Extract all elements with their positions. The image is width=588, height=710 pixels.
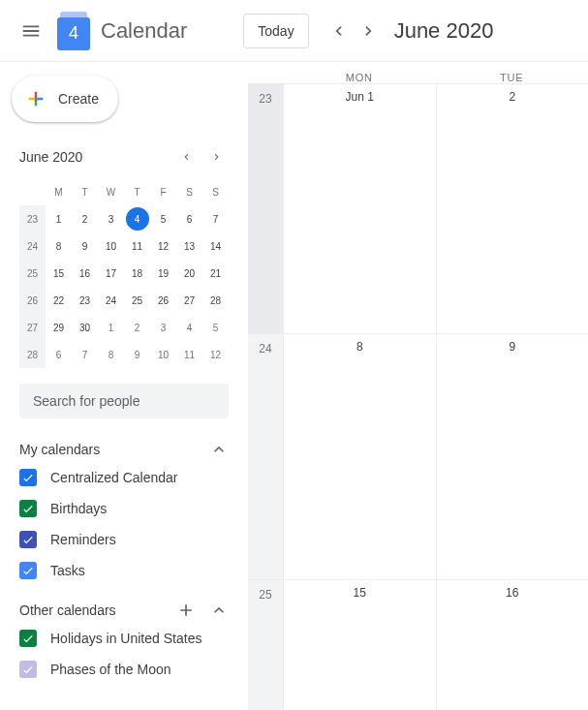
mini-day[interactable]: 18 [124,260,150,287]
grid-day-cell[interactable]: Jun 1 [283,84,436,333]
plus-multicolor-icon [25,88,46,109]
mini-day[interactable]: 28 [202,287,229,314]
calendar-checkbox[interactable] [19,469,37,486]
mini-day[interactable]: 8 [98,341,124,368]
mini-day[interactable]: 9 [72,232,98,260]
mini-day[interactable]: 4 [124,205,150,232]
mini-day[interactable]: 3 [150,314,176,341]
mini-week-header [19,178,46,205]
create-label: Create [58,91,99,107]
period-nav [323,15,385,46]
mini-day[interactable]: 6 [46,341,72,368]
mini-day[interactable]: 10 [98,232,124,260]
mini-day[interactable]: 12 [202,341,229,368]
mini-day[interactable]: 1 [98,314,124,341]
grid-dow: TUE [436,62,589,83]
mini-day[interactable]: 15 [46,260,72,287]
calendar-checkbox[interactable] [19,630,37,647]
app-logo[interactable]: 4 Calendar [54,12,187,50]
mini-day[interactable]: 7 [202,205,229,232]
calendar-item[interactable]: Reminders [19,531,229,548]
search-people-input[interactable] [19,384,229,418]
mini-day[interactable]: 12 [150,232,176,260]
mini-day[interactable]: 25 [124,287,150,314]
grid-day-cell[interactable]: 8 [283,334,436,579]
calendar-item[interactable]: Centralized Calendar [19,469,229,486]
mini-day[interactable]: 9 [124,341,150,368]
mini-calendar-header: June 2020 [19,145,229,169]
mini-day[interactable]: 1 [46,205,72,232]
grid-day-cell[interactable]: 16 [436,580,589,710]
mini-day[interactable]: 30 [72,314,98,341]
calendar-label: Holidays in United States [50,631,201,646]
mini-day[interactable]: 13 [176,232,202,260]
mini-day[interactable]: 5 [150,205,176,232]
calendar-item[interactable]: Tasks [19,562,229,579]
mini-next-button[interactable] [205,145,229,169]
mini-day[interactable]: 22 [46,287,72,314]
other-calendars-title: Other calendars [19,602,116,618]
grid-day-number: Jun 1 [284,90,436,104]
mini-week-number: 28 [19,341,46,368]
mini-day[interactable]: 5 [202,314,229,341]
mini-day[interactable]: 27 [176,287,202,314]
mini-day[interactable]: 10 [150,341,176,368]
calendar-checkbox[interactable] [19,500,37,517]
grid-dow: MON [283,62,436,83]
mini-day[interactable]: 8 [46,232,72,260]
mini-day[interactable]: 23 [72,287,98,314]
mini-dow: S [176,178,202,205]
mini-day[interactable]: 21 [202,260,229,287]
mini-prev-button[interactable] [174,145,198,169]
calendar-label: Centralized Calendar [50,470,178,485]
grid-day-number: 15 [284,586,436,600]
create-button[interactable]: Create [12,76,118,122]
mini-day[interactable]: 11 [176,341,202,368]
mini-day[interactable]: 19 [150,260,176,287]
other-calendars-toggle[interactable]: Other calendars [19,601,229,620]
today-button[interactable]: Today [243,14,308,48]
mini-day[interactable]: 2 [124,314,150,341]
mini-day[interactable]: 11 [124,232,150,260]
my-calendars-toggle[interactable]: My calendars [19,440,229,459]
next-period-button[interactable] [354,15,385,46]
mini-day[interactable]: 7 [72,341,98,368]
prev-period-button[interactable] [323,15,354,46]
grid-day-cell[interactable]: 2 [436,84,589,333]
mini-day[interactable]: 2 [72,205,98,232]
mini-day[interactable]: 24 [98,287,124,314]
calendar-checkbox[interactable] [19,562,37,579]
calendar-grid: MONTUE23Jun 122489251516 [248,62,588,710]
grid-day-number: 16 [437,586,589,600]
other-calendars-list: Holidays in United StatesPhases of the M… [19,630,229,678]
calendar-item[interactable]: Birthdays [19,500,229,517]
grid-day-cell[interactable]: 15 [283,580,436,710]
mini-day[interactable]: 6 [176,205,202,232]
calendar-logo-icon: 4 [54,12,93,50]
calendar-item[interactable]: Holidays in United States [19,630,229,647]
grid-day-cell[interactable]: 9 [436,334,589,579]
calendar-label: Birthdays [50,501,107,516]
grid-week-number: 24 [248,334,283,579]
mini-dow: M [46,178,72,205]
mini-day[interactable]: 4 [176,314,202,341]
plus-icon[interactable] [176,601,196,620]
mini-day[interactable]: 3 [98,205,124,232]
mini-day[interactable]: 17 [98,260,124,287]
mini-dow: S [202,178,229,205]
main-menu-button[interactable] [12,12,50,50]
header: 4 Calendar Today June 2020 [0,0,588,62]
mini-day[interactable]: 14 [202,232,229,260]
mini-day[interactable]: 29 [46,314,72,341]
body: Create June 2020 MTWTFSS2312345672489101… [0,62,588,710]
calendar-checkbox[interactable] [19,661,37,678]
menu-icon [20,20,42,42]
grid-day-number: 2 [437,90,589,104]
calendar-item[interactable]: Phases of the Moon [19,661,229,678]
my-calendars-list: Centralized CalendarBirthdaysRemindersTa… [19,469,229,579]
mini-day[interactable]: 20 [176,260,202,287]
calendar-checkbox[interactable] [19,531,37,548]
mini-day[interactable]: 26 [150,287,176,314]
mini-day[interactable]: 16 [72,260,98,287]
people-search [19,384,229,418]
